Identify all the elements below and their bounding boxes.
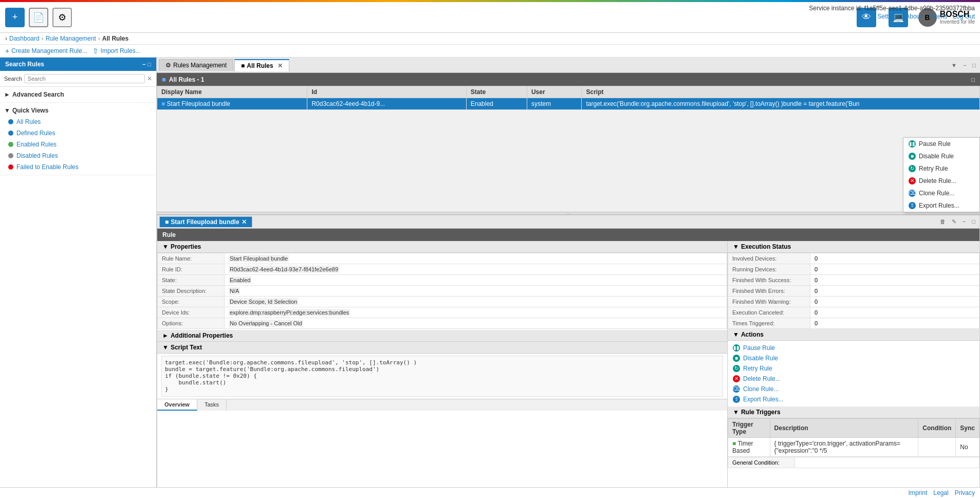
sidebar-item-all-rules[interactable]: All Rules <box>4 116 152 127</box>
rule-detail-tab-main[interactable]: ■ Start Fileupload bundle ✕ <box>159 216 252 227</box>
action-clone-rule[interactable]: ⌫ Clone Rule... <box>733 384 974 394</box>
table-row[interactable]: ■ Start Fileupload bundle R0d3cac62-4eed… <box>157 98 980 110</box>
tab-all-rules[interactable]: ■ All Rules ✕ <box>234 59 289 71</box>
actions-section-header[interactable]: ▼ Actions <box>728 329 979 341</box>
rule-detail-maximize-icon[interactable]: □ <box>970 217 977 226</box>
about-link[interactable]: About <box>905 13 921 20</box>
breadcrumb-dashboard[interactable]: Dashboard <box>9 35 40 42</box>
sidebar-header: Search Rules − □ <box>0 58 156 71</box>
prop-value-device-ids: explore.dmp:raspberryPi:edge:services:bu… <box>225 307 727 318</box>
sidebar: Search Rules − □ Search ✕ ► Advanced Sea… <box>0 58 157 494</box>
all-rules-tab-close[interactable]: ✕ <box>278 62 283 69</box>
retry-icon: ↻ <box>909 165 916 172</box>
tab-rules-management[interactable]: ⚙ Rules Management <box>159 59 233 71</box>
additional-props-header[interactable]: ► Additional Properties <box>157 330 727 342</box>
settings-link[interactable]: Settings <box>878 13 900 20</box>
top-tab-bar: ⚙ Rules Management ■ All Rules ✕ ▼ − □ <box>157 58 980 73</box>
action-pause-rule[interactable]: ▮▮ Pause Rule <box>733 343 974 353</box>
prop-value-options: No Overlapping - Cancel Old <box>225 318 727 329</box>
search-input[interactable] <box>24 74 145 83</box>
add-icon[interactable]: + <box>5 8 25 27</box>
execution-status-header[interactable]: ▼ Execution Status <box>728 241 979 253</box>
ctx-disable-rule[interactable]: ■ Disable Rule <box>903 150 979 162</box>
action-export-rules[interactable]: ⇧ Export Rules... <box>733 394 974 404</box>
prop-rule-id: Rule ID: R0d3cac62-4eed-4b1d-93e7-f841fe… <box>158 264 727 275</box>
all-rules-tab-icon: ■ <box>241 62 245 69</box>
export-icon: ⇧ <box>909 202 916 209</box>
sidebar-expand-icon[interactable]: □ <box>147 61 151 67</box>
action-retry-rule[interactable]: ↻ Retry Rule <box>733 363 974 374</box>
ctx-pause-rule[interactable]: ▮▮ Pause Rule <box>903 138 979 150</box>
script-text-area: target.exec('Bundle:org.apache.commons.f… <box>161 356 723 397</box>
sidebar-minimize-icon[interactable]: − <box>142 61 145 67</box>
ctx-clone-rule[interactable]: ⌫ Clone Rule... <box>903 187 979 199</box>
exec-value-success: 0 <box>810 275 979 286</box>
cell-script: target.exec('Bundle:org.apache.commons.f… <box>582 98 980 110</box>
triggers-section-header[interactable]: ▼ Rule Triggers <box>728 407 979 418</box>
properties-section-header[interactable]: ▼ Properties <box>157 241 727 253</box>
footer-imprint[interactable]: Imprint <box>909 489 928 496</box>
top-bar-links: Settings About Tokens Log Out <box>809 13 975 20</box>
sidebar-item-disabled-rules[interactable]: Disabled Rules <box>4 150 152 161</box>
prop-label-rule-name: Rule Name: <box>158 253 225 264</box>
action-delete-rule[interactable]: ✕ Delete Rule... <box>733 374 974 384</box>
prop-label-state: State: <box>158 275 225 286</box>
rules-table: Display Name Id State User Script ■ Star… <box>157 86 980 110</box>
sidebar-item-enabled-rules[interactable]: Enabled Rules <box>4 139 152 150</box>
settings-icon[interactable]: ⚙ <box>52 8 72 27</box>
ctx-delete-rule[interactable]: ✕ Delete Rule... <box>903 175 979 187</box>
tokens-link[interactable]: Tokens <box>928 13 947 20</box>
trigger-col-condition: Condition <box>918 419 956 438</box>
trigger-col-desc: Description <box>770 419 918 438</box>
general-condition-value <box>795 457 979 468</box>
logout-link[interactable]: Log Out <box>953 13 975 20</box>
create-rule-btn[interactable]: + Create Management Rule... <box>5 47 87 55</box>
exec-label-running: Running Devices: <box>728 264 810 275</box>
rule-header-label: Rule <box>162 231 176 238</box>
sidebar-title: Search Rules <box>5 61 44 68</box>
document-icon[interactable]: 📄 <box>29 8 48 27</box>
footer-legal[interactable]: Legal <box>933 489 948 496</box>
bottom-tabs: Overview Tasks <box>157 399 727 411</box>
rule-detail-delete-icon[interactable]: 🗑 <box>938 217 948 226</box>
action-disable-icon: ■ <box>733 355 740 362</box>
trigger-col-sync: Sync <box>956 419 979 438</box>
advanced-search-toggle[interactable]: ► Advanced Search <box>4 89 152 100</box>
tab-maximize-icon[interactable]: □ <box>970 61 978 69</box>
rules-header-expand-icon[interactable]: □ <box>971 77 975 83</box>
sidebar-item-defined-rules[interactable]: Defined Rules <box>4 127 152 139</box>
quick-views-toggle[interactable]: ▼ Quick Views <box>4 105 152 116</box>
rule-detail-header: Rule <box>157 229 979 241</box>
ctx-retry-rule[interactable]: ↻ Retry Rule <box>903 162 979 175</box>
sidebar-item-failed-rules[interactable]: Failed to Enable Rules <box>4 161 152 173</box>
action-disable-rule[interactable]: ■ Disable Rule <box>733 353 974 363</box>
tab-tasks[interactable]: Tasks <box>197 399 227 411</box>
rule-detail-tab-close[interactable]: ✕ <box>242 218 247 226</box>
import-rules-btn[interactable]: ⇧ Import Rules... <box>93 47 141 55</box>
script-code: target.exec('Bundle:org.apache.commons.f… <box>165 359 719 393</box>
defined-rules-dot <box>8 131 13 136</box>
script-section-header[interactable]: ▼ Script Text <box>157 342 727 354</box>
rule-detail-edit-icon[interactable]: ✎ <box>950 217 958 226</box>
exec-finished-success: Finished With Success: 0 <box>728 275 979 286</box>
tab-bar-controls: ▼ − □ <box>949 61 978 69</box>
rule-detail-tab-controls: 🗑 ✎ − □ <box>938 217 977 226</box>
action-retry-icon: ↻ <box>733 365 740 372</box>
footer-privacy[interactable]: Privacy <box>955 489 975 496</box>
chevron-right-icon: ► <box>4 91 10 98</box>
prop-state: State: Enabled <box>158 275 727 286</box>
cell-user: system <box>527 98 582 110</box>
tab-overview[interactable]: Overview <box>157 399 197 411</box>
prop-label-scope: Scope: <box>158 297 225 307</box>
tab-dropdown-icon[interactable]: ▼ <box>949 61 959 69</box>
exec-status-table: Involved Devices: 0 Running Devices: 0 F… <box>728 253 979 329</box>
search-clear-icon[interactable]: ✕ <box>147 75 152 82</box>
breadcrumb-rule-management[interactable]: Rule Management <box>46 35 96 42</box>
prop-value-state: Enabled <box>225 275 727 286</box>
trigger-row[interactable]: ■ Timer Based { triggerType='cron.trigge… <box>728 438 979 457</box>
ctx-export-rules[interactable]: ⇧ Export Rules... <box>903 199 979 212</box>
chevron-down-icon: ▼ <box>4 107 10 114</box>
tab-minimize-icon[interactable]: − <box>961 61 968 69</box>
rule-detail-minimize-icon[interactable]: − <box>960 217 968 226</box>
import-icon: ⇧ <box>93 47 99 55</box>
